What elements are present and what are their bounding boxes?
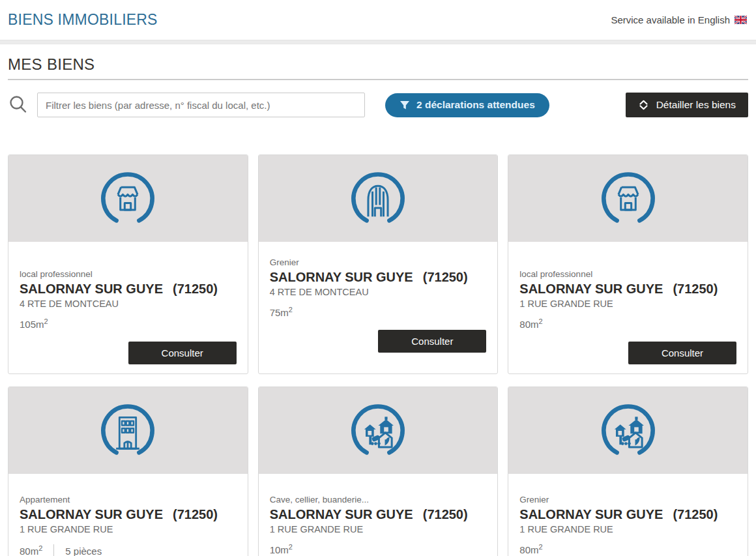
biens-immobiliers-page: BIENS IMMOBILIERS Service available in E… <box>0 0 756 556</box>
property-address: 1 RUE GRANDE RUE <box>20 524 237 534</box>
property-address: 1 RUE GRANDE RUE <box>519 299 736 309</box>
property-card: Grenier SALORNAY SUR GUYE(71250) 4 RTE D… <box>258 154 499 374</box>
property-card-body: Appartement SALORNAY SUR GUYE(71250) 1 R… <box>8 474 248 556</box>
consulter-button[interactable]: Consulter <box>128 342 237 364</box>
property-type-label: Appartement <box>20 495 237 505</box>
property-image-placeholder <box>8 387 248 474</box>
detail-properties-label: Détailler les biens <box>656 99 736 111</box>
property-card: Appartement SALORNAY SUR GUYE(71250) 1 R… <box>8 387 248 556</box>
property-city: SALORNAY SUR GUYE(71250) <box>270 506 487 523</box>
filter-search-input[interactable] <box>37 93 365 117</box>
property-card: local professionnel SALORNAY SUR GUYE(71… <box>8 154 248 374</box>
property-card-body: Grenier SALORNAY SUR GUYE(71250) 1 RUE G… <box>508 474 748 556</box>
top-header: BIENS IMMOBILIERS Service available in E… <box>0 0 756 40</box>
outbuildings-icon <box>347 400 409 461</box>
property-image-placeholder <box>8 155 248 242</box>
outbuildings-icon <box>598 400 659 461</box>
uk-flag-icon <box>734 16 747 24</box>
property-area: 105m2 <box>20 319 237 330</box>
property-address: 1 RUE GRANDE RUE <box>270 524 487 534</box>
consulter-button[interactable]: Consulter <box>628 342 736 364</box>
meta-divider <box>53 544 54 556</box>
property-card-body: local professionnel SALORNAY SUR GUYE(71… <box>508 242 748 373</box>
detail-properties-button[interactable]: Détailler les biens <box>626 93 748 117</box>
property-city: SALORNAY SUR GUYE(71250) <box>519 506 736 523</box>
property-area-rooms: 80m2 5 pièces <box>20 544 237 556</box>
property-area: 10m2 <box>270 544 487 555</box>
property-address: 1 RUE GRANDE RUE <box>519 524 736 534</box>
main-content: MES BIENS 2 déclarations attendues Détai… <box>0 55 756 556</box>
shop-icon <box>598 168 659 229</box>
property-image-placeholder <box>259 155 498 242</box>
language-switch-label: Service available in English <box>611 14 730 25</box>
declarations-filter-label: 2 déclarations attendues <box>416 99 535 111</box>
header-divider-band <box>0 40 756 44</box>
property-area: 75m2 <box>270 307 487 318</box>
property-address: 4 RTE DE MONTCEAU <box>20 299 237 309</box>
unfold-chevrons-icon <box>638 99 649 111</box>
property-postal-code: (71250) <box>673 282 718 296</box>
property-city: SALORNAY SUR GUYE(71250) <box>519 280 736 297</box>
apartment-icon <box>97 400 158 461</box>
property-image-placeholder <box>508 155 748 242</box>
property-card-grid: local professionnel SALORNAY SUR GUYE(71… <box>8 154 748 556</box>
property-card-body: local professionnel SALORNAY SUR GUYE(71… <box>8 242 248 373</box>
property-area: 80m2 <box>519 544 736 555</box>
property-card: Cave, cellier, buanderie... SALORNAY SUR… <box>258 387 499 556</box>
property-card: Grenier SALORNAY SUR GUYE(71250) 1 RUE G… <box>508 387 748 556</box>
property-postal-code: (71250) <box>173 282 218 296</box>
property-card: local professionnel SALORNAY SUR GUYE(71… <box>508 154 748 374</box>
page-title: MES BIENS <box>8 55 748 80</box>
property-city: SALORNAY SUR GUYE(71250) <box>270 269 487 285</box>
property-city: SALORNAY SUR GUYE(71250) <box>20 506 237 523</box>
property-type-label: Grenier <box>270 257 487 267</box>
language-switch-link[interactable]: Service available in English <box>611 14 747 25</box>
property-type-label: local professionnel <box>20 269 237 279</box>
search-icon <box>8 95 29 115</box>
app-title: BIENS IMMOBILIERS <box>8 11 158 29</box>
property-city: SALORNAY SUR GUYE(71250) <box>20 280 237 297</box>
barn-icon <box>347 168 409 229</box>
property-image-placeholder <box>508 387 748 474</box>
property-card-body: Grenier SALORNAY SUR GUYE(71250) 4 RTE D… <box>259 242 498 373</box>
property-postal-code: (71250) <box>423 270 468 284</box>
property-postal-code: (71250) <box>673 507 718 521</box>
declarations-filter-button[interactable]: 2 déclarations attendues <box>385 93 549 117</box>
property-postal-code: (71250) <box>423 507 468 521</box>
property-area: 80m2 <box>20 546 42 556</box>
property-postal-code: (71250) <box>173 507 218 521</box>
property-type-label: local professionnel <box>519 269 736 279</box>
property-card-body: Cave, cellier, buanderie... SALORNAY SUR… <box>259 474 498 556</box>
property-type-label: Cave, cellier, buanderie... <box>270 495 487 505</box>
property-address: 4 RTE DE MONTCEAU <box>270 287 487 297</box>
consulter-button[interactable]: Consulter <box>378 330 486 353</box>
filter-toolbar: 2 déclarations attendues Détailler les b… <box>8 93 748 117</box>
filter-funnel-icon <box>400 100 410 110</box>
property-image-placeholder <box>259 387 498 474</box>
property-type-label: Grenier <box>519 495 736 505</box>
shop-icon <box>97 168 158 229</box>
property-area: 80m2 <box>519 319 736 330</box>
property-rooms: 5 pièces <box>65 546 102 556</box>
